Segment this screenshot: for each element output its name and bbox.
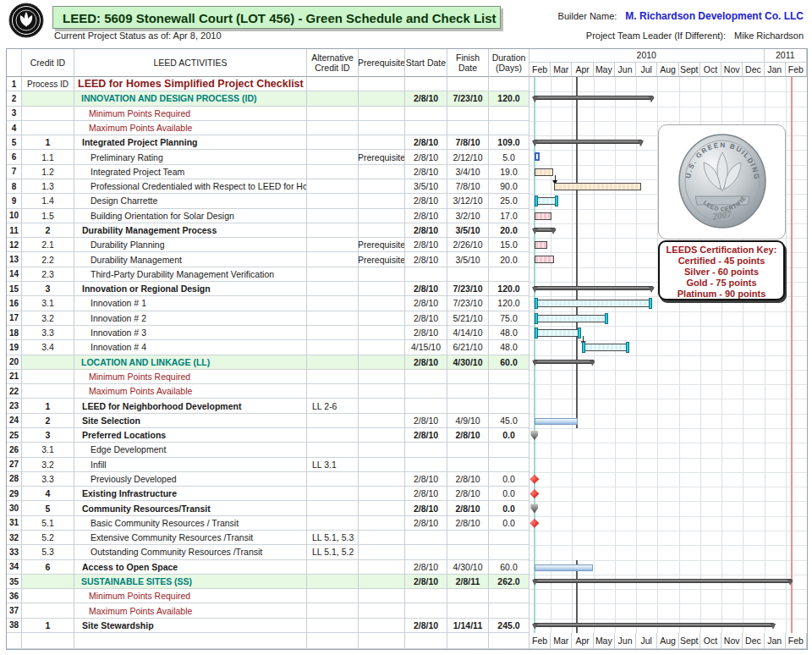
cell-start-date[interactable] bbox=[405, 384, 447, 399]
cell-duration[interactable]: 0.0 bbox=[489, 487, 529, 501]
cell-finish-date[interactable]: 2/8/10 bbox=[447, 501, 489, 515]
cell-alt-credit[interactable] bbox=[307, 501, 359, 515]
gantt-bar-task[interactable] bbox=[535, 168, 553, 176]
cell-prerequisite[interactable] bbox=[359, 282, 405, 296]
cell-activity[interactable]: Innovation # 2 bbox=[74, 311, 307, 326]
cell-duration[interactable]: 5.0 bbox=[489, 150, 529, 164]
cell-finish-date[interactable]: 3/12/10 bbox=[447, 194, 489, 208]
cell-finish-date[interactable] bbox=[447, 545, 489, 559]
cell-finish-date[interactable]: 2/26/10 bbox=[447, 238, 489, 252]
cell-credit-id[interactable]: 3.3 bbox=[22, 326, 74, 340]
cell-prerequisite[interactable] bbox=[359, 91, 405, 106]
cell-finish-date[interactable] bbox=[447, 458, 489, 472]
cell-activity[interactable]: Innovation # 4 bbox=[74, 340, 307, 355]
cell-activity[interactable]: Edge Development bbox=[74, 443, 307, 457]
cell-duration[interactable]: 20.0 bbox=[489, 252, 529, 267]
cell-finish-date[interactable]: 4/30/10 bbox=[447, 560, 489, 575]
cell-credit-id[interactable]: 3 bbox=[22, 428, 74, 443]
cell-alt-credit[interactable] bbox=[307, 428, 359, 443]
cell-credit-id[interactable] bbox=[22, 603, 74, 618]
cell-rownum[interactable]: 8 bbox=[7, 179, 22, 194]
cell-duration[interactable]: 90.0 bbox=[489, 179, 529, 194]
cell-start-date[interactable] bbox=[405, 443, 447, 457]
cell-alt-credit[interactable]: LL 2-6 bbox=[307, 399, 359, 413]
cell-duration[interactable]: 0.0 bbox=[489, 472, 529, 487]
cell-credit-id[interactable]: 2 bbox=[22, 223, 74, 238]
cell-start-date[interactable]: 2/8/10 bbox=[405, 575, 447, 589]
cell-credit-id[interactable] bbox=[22, 575, 74, 589]
cell-finish-date[interactable] bbox=[447, 443, 489, 457]
cell-finish-date[interactable]: 3/5/10 bbox=[447, 223, 489, 238]
cell-duration[interactable] bbox=[489, 384, 529, 399]
cell-finish-date[interactable]: 2/8/11 bbox=[447, 575, 489, 589]
cell-alt-credit[interactable] bbox=[307, 296, 359, 311]
cell-start-date[interactable]: 2/8/10 bbox=[405, 501, 447, 515]
cell-alt-credit[interactable] bbox=[307, 179, 359, 194]
cell-rownum[interactable]: 25 bbox=[7, 428, 22, 443]
cell-activity[interactable]: Integrated Project Planning bbox=[74, 135, 307, 150]
cell-activity[interactable]: Extensive Community Resources /Transit bbox=[74, 531, 307, 545]
cell-alt-credit[interactable] bbox=[307, 589, 359, 603]
cell-duration[interactable]: 15.0 bbox=[489, 238, 529, 252]
cell-credit-id[interactable] bbox=[22, 121, 74, 135]
cell-duration[interactable] bbox=[489, 531, 529, 545]
gantt-bar-summary[interactable] bbox=[533, 360, 595, 364]
cell-rownum[interactable]: 33 bbox=[7, 545, 22, 559]
cell-start-date[interactable] bbox=[405, 77, 447, 91]
cell-rownum[interactable]: 15 bbox=[7, 282, 22, 296]
cell-duration[interactable]: 0.0 bbox=[489, 501, 529, 515]
cell-prerequisite[interactable] bbox=[359, 77, 405, 91]
cell-alt-credit[interactable] bbox=[307, 252, 359, 267]
cell-activity[interactable]: LOCATION AND LINKAGE (LL) bbox=[74, 355, 307, 370]
cell-start-date[interactable]: 2/8/10 bbox=[405, 194, 447, 208]
cell-credit-id[interactable]: 5.1 bbox=[22, 516, 74, 531]
cell-finish-date[interactable] bbox=[447, 121, 489, 135]
cell-credit-id[interactable]: 5 bbox=[22, 501, 74, 515]
cell-duration[interactable] bbox=[489, 267, 529, 282]
cell-alt-credit[interactable] bbox=[307, 603, 359, 618]
cell-alt-credit[interactable] bbox=[307, 516, 359, 531]
cell-prerequisite[interactable] bbox=[359, 121, 405, 135]
cell-prerequisite[interactable]: Prerequisite bbox=[359, 252, 405, 267]
cell-duration[interactable]: 109.0 bbox=[489, 135, 529, 150]
cell-prerequisite[interactable] bbox=[359, 560, 405, 575]
cell-credit-id[interactable] bbox=[22, 107, 74, 121]
cell-start-date[interactable]: 2/8/10 bbox=[405, 560, 447, 575]
cell-duration[interactable]: 45.0 bbox=[489, 414, 529, 428]
cell-rownum[interactable]: 26 bbox=[7, 443, 22, 457]
cell-duration[interactable]: 20.0 bbox=[489, 223, 529, 238]
cell-alt-credit[interactable] bbox=[307, 107, 359, 121]
cell-activity[interactable]: Third-Party Durability Management Verifi… bbox=[74, 267, 307, 282]
cell-finish-date[interactable]: 7/23/10 bbox=[447, 296, 489, 311]
cell-prerequisite[interactable] bbox=[359, 458, 405, 472]
cell-start-date[interactable] bbox=[405, 589, 447, 603]
cell-credit-id[interactable] bbox=[22, 355, 74, 370]
cell-duration[interactable]: 75.0 bbox=[489, 311, 529, 326]
cell-duration[interactable] bbox=[489, 458, 529, 472]
cell-rownum[interactable]: 18 bbox=[7, 326, 22, 340]
cell-rownum[interactable]: 10 bbox=[7, 209, 22, 223]
cell-activity[interactable]: Basic Community Resources / Transit bbox=[74, 516, 307, 531]
cell-start-date[interactable]: 2/8/10 bbox=[405, 326, 447, 340]
cell-finish-date[interactable] bbox=[447, 531, 489, 545]
cell-rownum[interactable]: 38 bbox=[7, 619, 22, 633]
cell-finish-date[interactable]: 2/8/10 bbox=[447, 472, 489, 487]
cell-activity[interactable]: Durability Management Process bbox=[74, 223, 307, 238]
cell-start-date[interactable] bbox=[405, 531, 447, 545]
cell-duration[interactable]: 0.0 bbox=[489, 428, 529, 443]
cell-duration[interactable]: 120.0 bbox=[489, 282, 529, 296]
gantt-bar-summary[interactable] bbox=[533, 96, 654, 100]
cell-activity[interactable]: Preferred Locations bbox=[74, 428, 307, 443]
cell-rownum[interactable]: 16 bbox=[7, 296, 22, 311]
cell-alt-credit[interactable] bbox=[307, 487, 359, 501]
cell-alt-credit[interactable] bbox=[307, 311, 359, 326]
cell-start-date[interactable] bbox=[405, 107, 447, 121]
cell-rownum[interactable]: 36 bbox=[7, 589, 22, 603]
cell-prerequisite[interactable] bbox=[359, 326, 405, 340]
cell-duration[interactable]: 48.0 bbox=[489, 326, 529, 340]
gantt-milestone-red[interactable] bbox=[529, 519, 539, 528]
cell-alt-credit[interactable]: LL 5.1, 5.2 bbox=[307, 545, 359, 559]
cell-start-date[interactable]: 2/8/10 bbox=[405, 165, 447, 179]
cell-prerequisite[interactable] bbox=[359, 428, 405, 443]
cell-prerequisite[interactable] bbox=[359, 311, 405, 326]
